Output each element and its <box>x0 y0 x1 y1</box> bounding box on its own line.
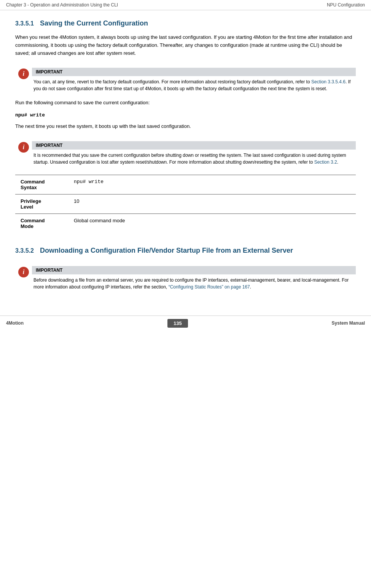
value-command-mode: Global command mode <box>68 214 356 233</box>
important-header-1: IMPORTANT <box>32 68 356 76</box>
important-box-3: i IMPORTANT Before downloading a file fr… <box>15 266 356 290</box>
label-command-mode: CommandMode <box>15 214 68 233</box>
section1-body1: When you reset the 4Motion system, it al… <box>15 33 356 57</box>
value-command-syntax: npu# write <box>68 175 356 194</box>
table-row-privilege: PrivilegeLevel 10 <box>15 194 356 214</box>
header-chapter: Chapter 3 - Operation and Administration… <box>6 2 118 8</box>
main-content: 3.3.5.1 Saving the Current Configuration… <box>0 10 371 306</box>
info-icon-3: i <box>18 267 29 277</box>
command-info-table: CommandSyntax npu# write PrivilegeLevel … <box>15 175 356 233</box>
footer-right: System Manual <box>332 320 365 326</box>
section1-heading: 3.3.5.1 Saving the Current Configuration <box>15 19 356 27</box>
important-link-2[interactable]: Section 3.2 <box>314 159 337 165</box>
important-text-2: It is recommended that you save the curr… <box>32 152 356 166</box>
header-section: NPU Configuration <box>327 2 365 8</box>
table-row-syntax: CommandSyntax npu# write <box>15 175 356 194</box>
important-text-1: You can, at any time, revert to the fact… <box>32 78 356 92</box>
section1-number: 3.3.5.1 <box>15 20 34 27</box>
important-text-2a: It is recommended that you save the curr… <box>33 153 346 165</box>
footer-page-number: 135 <box>167 319 188 328</box>
code-command-1: npu# write <box>15 112 356 118</box>
important-content-2: IMPORTANT It is recommended that you sav… <box>32 141 356 166</box>
important-icon-2: i <box>15 141 32 153</box>
section1-body3: The next time you reset the system, it b… <box>15 123 356 131</box>
important-link-1[interactable]: Section 3.3.5.4.6 <box>311 79 346 84</box>
important-icon-1: i <box>15 68 32 79</box>
label-command-syntax: CommandSyntax <box>15 175 68 194</box>
important-box-2: i IMPORTANT It is recommended that you s… <box>15 141 356 166</box>
page-header: Chapter 3 - Operation and Administration… <box>0 0 371 10</box>
table-row-command-mode: CommandMode Global command mode <box>15 214 356 233</box>
section2-heading: 3.3.5.2 Downloading a Configuration File… <box>15 247 356 255</box>
important-content-1: IMPORTANT You can, at any time, revert t… <box>32 68 356 92</box>
important-text-2b: . <box>337 159 338 165</box>
important-text-1a: You can, at any time, revert to the fact… <box>33 79 311 84</box>
important-header-2: IMPORTANT <box>32 141 356 150</box>
info-icon-1: i <box>18 69 29 79</box>
important-box-1: i IMPORTANT You can, at any time, revert… <box>15 68 356 92</box>
page-footer: 4Motion 135 System Manual <box>0 316 371 331</box>
important-text-3b: . <box>250 284 251 290</box>
footer-left: 4Motion <box>6 320 24 326</box>
value-privilege-level: 10 <box>68 194 356 214</box>
important-header-3: IMPORTANT <box>32 266 356 274</box>
section1-body2: Run the following command to save the cu… <box>15 99 356 107</box>
important-content-3: IMPORTANT Before downloading a file from… <box>32 266 356 290</box>
section2-number: 3.3.5.2 <box>15 247 34 254</box>
important-link-3[interactable]: “Configuring Static Routes” on page 167 <box>169 284 250 290</box>
important-text-3: Before downloading a file from an extern… <box>32 277 356 290</box>
important-icon-3: i <box>15 266 32 277</box>
label-privilege-level: PrivilegeLevel <box>15 194 68 214</box>
info-icon-2: i <box>18 142 29 153</box>
section1-title: Saving the Current Configuration <box>40 19 148 27</box>
section2-title: Downloading a Configuration File/Vendor … <box>40 247 293 255</box>
